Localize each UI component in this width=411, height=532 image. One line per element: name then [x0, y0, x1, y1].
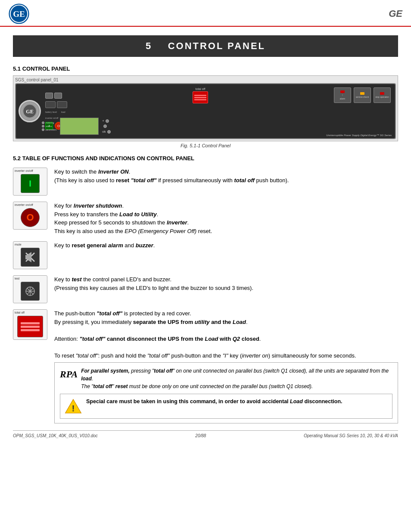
- func-row-mute: mute Key to reset general alarm and buzz…: [13, 241, 398, 269]
- func-test-key[interactable]: [21, 282, 40, 301]
- rpa-logo-text: RPA: [60, 367, 78, 381]
- warning-triangle-icon: !: [65, 398, 82, 415]
- func-icon-box-mute: mute: [13, 241, 47, 269]
- func-mute-key[interactable]: [21, 248, 40, 267]
- footer-center: 20/88: [195, 433, 206, 438]
- panel-image-container: SGS_control panel_01 GE: [13, 75, 398, 141]
- chapter-title: 5 CONTROL PANEL: [13, 35, 398, 57]
- panel-led-3: [107, 130, 111, 134]
- panel-button-1: [45, 93, 53, 99]
- panel-brand-text: Uninterruptible Power Supply Digital Ene…: [326, 134, 392, 137]
- panel-dot-parameters: [42, 128, 44, 131]
- func-inv-on-key[interactable]: I: [21, 174, 40, 193]
- panel-meter-1: [45, 101, 56, 108]
- panel-right-buttons: ! alarm service check stop operation: [334, 87, 391, 103]
- panel-caption: Fig. 5.1-1 Control Panel: [13, 143, 398, 148]
- func-icon-label-mute: mute: [15, 243, 22, 246]
- rpa-box: RPA For parallel system, pressing "total…: [54, 362, 398, 423]
- func-icon-box-inv-on: inverter on/off I: [13, 168, 47, 196]
- panel-dot-alarms: [42, 125, 44, 128]
- page-header: GE GE: [0, 0, 411, 27]
- func-inv-off-key[interactable]: O: [21, 208, 40, 227]
- warning-text: Special care must be taken in using this…: [86, 398, 342, 406]
- panel-total-off-btn[interactable]: [193, 91, 208, 103]
- footer-right: Operating Manual SG Series 10, 20, 30 & …: [304, 433, 398, 438]
- panel-dot-metering: [42, 121, 44, 124]
- func-row-total-off: total off The push-button "total off" is…: [13, 309, 398, 423]
- func-desc-mute: Key to reset general alarm and buzzer.: [54, 241, 398, 250]
- ge-brand-text: GE: [389, 8, 402, 19]
- panel-display: [60, 118, 99, 135]
- func-icon-box-test: test: [13, 275, 47, 303]
- control-panel-simulation: GE battery level load inverter o: [15, 83, 396, 139]
- load-label: load: [61, 111, 65, 113]
- section-51-heading: 5.1 CONTROL PANEL: [13, 65, 398, 72]
- svg-marker-9: [28, 252, 31, 262]
- func-desc-inv-off: Key for Inverter shutdown. Press key to …: [54, 202, 398, 235]
- footer-left: OPM_SGS_USM_10K_40K_0US_V010.doc: [13, 433, 98, 438]
- panel-menu-btns: metering alarms parameters: [42, 121, 56, 131]
- page-footer: OPM_SGS_USM_10K_40K_0US_V010.doc 20/88 O…: [13, 430, 398, 441]
- func-icon-label-test: test: [15, 277, 19, 280]
- panel-bottom-row: metering alarms parameters +: [42, 118, 391, 135]
- func-row-inv-off: inverter on/off O Key for Inverter shutd…: [13, 202, 398, 235]
- warning-box: ! Special care must be taken in using th…: [60, 394, 392, 419]
- rpa-content: For parallel system, pressing "total off…: [81, 367, 392, 390]
- func-icon-box-inv-off: inverter on/off O: [13, 202, 47, 230]
- ge-logo-icon: GE: [9, 3, 29, 24]
- func-icon-box-total-off: total off: [13, 309, 47, 340]
- panel-meter-2: [57, 101, 67, 108]
- panel-led-1: [106, 119, 109, 123]
- func-desc-test: Key to test the control panel LED's and …: [54, 275, 398, 292]
- panel-alarm-btn[interactable]: ! alarm: [334, 87, 351, 103]
- func-icon-label-inv-on: inverter on/off: [15, 169, 33, 172]
- panel-stop-btn[interactable]: stop operation: [374, 87, 391, 103]
- func-row-inv-on: inverter on/off I Key to switch the Inve…: [13, 168, 398, 196]
- battery-level-label: battery level: [45, 111, 57, 113]
- rpa-header: RPA For parallel system, pressing "total…: [60, 367, 392, 390]
- svg-text:GE: GE: [13, 9, 25, 19]
- func-desc-inv-on: Key to switch the Inverter ON. (This key…: [54, 168, 398, 184]
- func-icon-label-total-off: total off: [15, 311, 25, 314]
- svg-text:GE: GE: [26, 109, 33, 115]
- panel-total-off-label: total off: [196, 87, 206, 90]
- panel-ge-logo: GE: [19, 100, 41, 122]
- func-icon-label-inv-off: inverter on/off: [15, 203, 33, 206]
- section-52-heading: 5.2 TABLE OF FUNCTIONS AND INDICATIONS O…: [13, 155, 398, 162]
- svg-text:!: !: [72, 403, 75, 413]
- panel-service-btn[interactable]: service check: [354, 87, 371, 103]
- panel-button-2: [54, 93, 62, 99]
- svg-rect-8: [25, 255, 28, 259]
- func-desc-total-off: The push-button "total off" is protected…: [54, 309, 398, 423]
- func-row-test: test Key to test the control panel LED's…: [13, 275, 398, 303]
- panel-total-off-area: total off: [193, 87, 208, 103]
- panel-led-2: [103, 124, 107, 128]
- panel-image-label: SGS_control panel_01: [15, 78, 396, 82]
- func-total-off-key[interactable]: [17, 316, 43, 337]
